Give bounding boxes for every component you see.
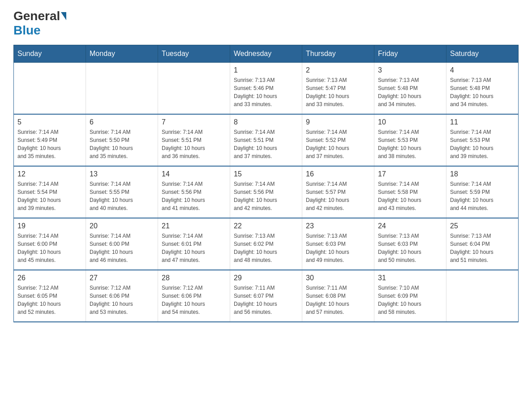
day-info: Sunrise: 7:10 AMSunset: 6:09 PMDaylight:… [378, 284, 442, 316]
day-number: 10 [378, 118, 442, 126]
day-number: 30 [306, 274, 370, 282]
calendar-week-row: 26Sunrise: 7:12 AMSunset: 6:05 PMDayligh… [14, 270, 519, 322]
day-info: Sunrise: 7:13 AMSunset: 6:03 PMDaylight:… [378, 232, 442, 264]
day-info: Sunrise: 7:13 AMSunset: 5:46 PMDaylight:… [234, 76, 298, 108]
day-number: 31 [378, 274, 442, 282]
day-info: Sunrise: 7:14 AMSunset: 6:01 PMDaylight:… [162, 232, 226, 264]
day-number: 24 [378, 222, 442, 230]
day-number: 29 [234, 274, 298, 282]
day-number: 20 [90, 222, 154, 230]
calendar-cell [86, 63, 158, 115]
calendar-cell: 27Sunrise: 7:12 AMSunset: 6:06 PMDayligh… [86, 270, 158, 322]
day-info: Sunrise: 7:11 AMSunset: 6:07 PMDaylight:… [234, 284, 298, 316]
calendar-cell: 20Sunrise: 7:14 AMSunset: 6:00 PMDayligh… [86, 218, 158, 270]
day-number: 11 [450, 118, 515, 126]
day-header-wednesday: Wednesday [230, 45, 302, 63]
calendar-cell: 13Sunrise: 7:14 AMSunset: 5:55 PMDayligh… [86, 166, 158, 218]
day-info: Sunrise: 7:14 AMSunset: 6:00 PMDaylight:… [17, 232, 82, 264]
day-number: 3 [378, 66, 442, 74]
day-info: Sunrise: 7:14 AMSunset: 5:56 PMDaylight:… [162, 180, 226, 212]
logo-general-text: General [13, 9, 60, 23]
calendar-cell: 9Sunrise: 7:14 AMSunset: 5:52 PMDaylight… [302, 114, 374, 166]
calendar-cell: 24Sunrise: 7:13 AMSunset: 6:03 PMDayligh… [374, 218, 446, 270]
day-info: Sunrise: 7:14 AMSunset: 5:52 PMDaylight:… [306, 128, 370, 160]
day-header-tuesday: Tuesday [158, 45, 230, 63]
day-header-saturday: Saturday [446, 45, 519, 63]
calendar-header-row: SundayMondayTuesdayWednesdayThursdayFrid… [14, 45, 519, 63]
day-number: 23 [306, 222, 370, 230]
day-number: 16 [306, 170, 370, 178]
calendar-cell: 5Sunrise: 7:14 AMSunset: 5:49 PMDaylight… [14, 114, 86, 166]
calendar-cell: 18Sunrise: 7:14 AMSunset: 5:59 PMDayligh… [446, 166, 519, 218]
calendar-cell: 14Sunrise: 7:14 AMSunset: 5:56 PMDayligh… [158, 166, 230, 218]
calendar-cell: 28Sunrise: 7:12 AMSunset: 6:06 PMDayligh… [158, 270, 230, 322]
calendar-cell: 7Sunrise: 7:14 AMSunset: 5:51 PMDaylight… [158, 114, 230, 166]
calendar-week-row: 1Sunrise: 7:13 AMSunset: 5:46 PMDaylight… [14, 63, 519, 115]
header: General Blue [13, 9, 519, 38]
day-info: Sunrise: 7:13 AMSunset: 5:47 PMDaylight:… [306, 76, 370, 108]
day-info: Sunrise: 7:12 AMSunset: 6:06 PMDaylight:… [162, 284, 226, 316]
day-header-friday: Friday [374, 45, 446, 63]
calendar-cell: 11Sunrise: 7:14 AMSunset: 5:53 PMDayligh… [446, 114, 519, 166]
day-header-thursday: Thursday [302, 45, 374, 63]
calendar-table: SundayMondayTuesdayWednesdayThursdayFrid… [13, 45, 519, 322]
day-header-sunday: Sunday [14, 45, 86, 63]
day-number: 8 [234, 118, 298, 126]
calendar-cell [446, 270, 519, 322]
day-info: Sunrise: 7:14 AMSunset: 5:49 PMDaylight:… [17, 128, 82, 160]
day-info: Sunrise: 7:14 AMSunset: 5:58 PMDaylight:… [378, 180, 442, 212]
day-number: 12 [17, 170, 82, 178]
calendar-cell [14, 63, 86, 115]
day-info: Sunrise: 7:14 AMSunset: 5:50 PMDaylight:… [90, 128, 154, 160]
calendar-cell: 3Sunrise: 7:13 AMSunset: 5:48 PMDaylight… [374, 63, 446, 115]
day-info: Sunrise: 7:14 AMSunset: 5:54 PMDaylight:… [17, 180, 82, 212]
calendar-cell: 19Sunrise: 7:14 AMSunset: 6:00 PMDayligh… [14, 218, 86, 270]
day-number: 5 [17, 118, 82, 126]
day-info: Sunrise: 7:12 AMSunset: 6:06 PMDaylight:… [90, 284, 154, 316]
day-number: 18 [450, 170, 515, 178]
calendar-cell: 23Sunrise: 7:13 AMSunset: 6:03 PMDayligh… [302, 218, 374, 270]
logo-arrow-icon [61, 12, 66, 20]
day-number: 22 [234, 222, 298, 230]
day-number: 15 [234, 170, 298, 178]
day-number: 17 [378, 170, 442, 178]
day-info: Sunrise: 7:14 AMSunset: 5:53 PMDaylight:… [378, 128, 442, 160]
day-number: 4 [450, 66, 515, 74]
calendar-cell: 8Sunrise: 7:14 AMSunset: 5:51 PMDaylight… [230, 114, 302, 166]
day-info: Sunrise: 7:13 AMSunset: 5:48 PMDaylight:… [378, 76, 442, 108]
calendar-cell: 17Sunrise: 7:14 AMSunset: 5:58 PMDayligh… [374, 166, 446, 218]
day-info: Sunrise: 7:11 AMSunset: 6:08 PMDaylight:… [306, 284, 370, 316]
day-info: Sunrise: 7:14 AMSunset: 5:56 PMDaylight:… [234, 180, 298, 212]
day-info: Sunrise: 7:14 AMSunset: 5:55 PMDaylight:… [90, 180, 154, 212]
calendar-cell: 2Sunrise: 7:13 AMSunset: 5:47 PMDaylight… [302, 63, 374, 115]
calendar-cell: 10Sunrise: 7:14 AMSunset: 5:53 PMDayligh… [374, 114, 446, 166]
day-number: 13 [90, 170, 154, 178]
calendar-cell: 1Sunrise: 7:13 AMSunset: 5:46 PMDaylight… [230, 63, 302, 115]
day-info: Sunrise: 7:13 AMSunset: 6:02 PMDaylight:… [234, 232, 298, 264]
logo-blue-text: Blue [13, 23, 41, 38]
calendar-cell: 25Sunrise: 7:13 AMSunset: 6:04 PMDayligh… [446, 218, 519, 270]
day-number: 21 [162, 222, 226, 230]
day-info: Sunrise: 7:14 AMSunset: 6:00 PMDaylight:… [90, 232, 154, 264]
day-info: Sunrise: 7:13 AMSunset: 6:04 PMDaylight:… [450, 232, 515, 264]
logo: General Blue [13, 9, 67, 38]
day-info: Sunrise: 7:14 AMSunset: 5:51 PMDaylight:… [234, 128, 298, 160]
calendar-week-row: 19Sunrise: 7:14 AMSunset: 6:00 PMDayligh… [14, 218, 519, 270]
day-header-monday: Monday [86, 45, 158, 63]
calendar-cell: 4Sunrise: 7:13 AMSunset: 5:48 PMDaylight… [446, 63, 519, 115]
calendar-cell: 6Sunrise: 7:14 AMSunset: 5:50 PMDaylight… [86, 114, 158, 166]
calendar-cell: 16Sunrise: 7:14 AMSunset: 5:57 PMDayligh… [302, 166, 374, 218]
calendar-cell: 21Sunrise: 7:14 AMSunset: 6:01 PMDayligh… [158, 218, 230, 270]
day-info: Sunrise: 7:14 AMSunset: 5:53 PMDaylight:… [450, 128, 515, 160]
calendar-cell [158, 63, 230, 115]
day-info: Sunrise: 7:12 AMSunset: 6:05 PMDaylight:… [17, 284, 82, 316]
day-info: Sunrise: 7:14 AMSunset: 5:59 PMDaylight:… [450, 180, 515, 212]
calendar-week-row: 12Sunrise: 7:14 AMSunset: 5:54 PMDayligh… [14, 166, 519, 218]
calendar-week-row: 5Sunrise: 7:14 AMSunset: 5:49 PMDaylight… [14, 114, 519, 166]
calendar-cell: 22Sunrise: 7:13 AMSunset: 6:02 PMDayligh… [230, 218, 302, 270]
day-number: 14 [162, 170, 226, 178]
day-number: 6 [90, 118, 154, 126]
calendar-cell: 30Sunrise: 7:11 AMSunset: 6:08 PMDayligh… [302, 270, 374, 322]
calendar-cell: 12Sunrise: 7:14 AMSunset: 5:54 PMDayligh… [14, 166, 86, 218]
day-info: Sunrise: 7:13 AMSunset: 6:03 PMDaylight:… [306, 232, 370, 264]
